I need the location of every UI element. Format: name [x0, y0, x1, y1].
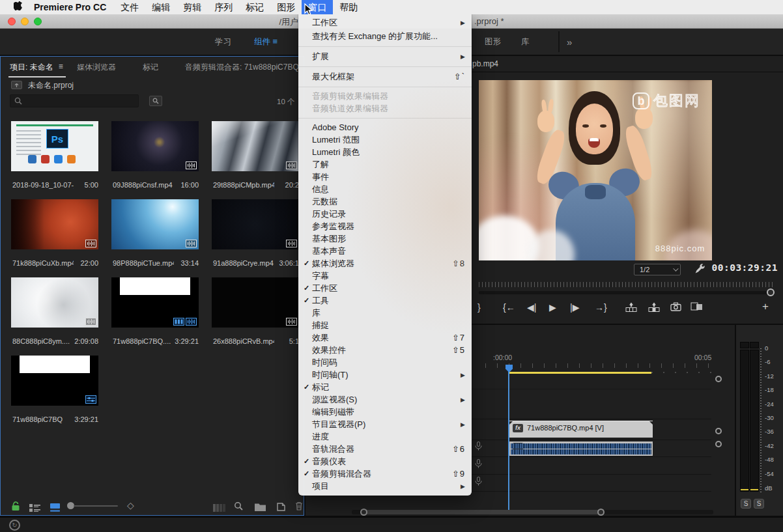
navigate-up-icon[interactable]	[11, 80, 22, 92]
menu-item-参考监视器[interactable]: 参考监视器	[298, 220, 472, 232]
track-scroll-knob[interactable]	[715, 376, 722, 382]
lift-button[interactable]	[625, 302, 637, 315]
menu-item-音频仪表[interactable]: ✓音频仪表	[298, 455, 472, 468]
timeline-hscroll-thumb[interactable]	[362, 510, 603, 514]
workspace-tab-图形[interactable]: 图形	[485, 36, 501, 48]
workspace-overflow-icon[interactable]: »	[567, 36, 572, 48]
menubar-item-4[interactable]: 序列	[208, 0, 239, 14]
clip-thumbnail-98P888piCTue.mp4[interactable]	[111, 199, 199, 249]
playhead-line[interactable]	[508, 365, 509, 508]
timeline-video-clip[interactable]: fx 71w888piC7BQ.mp4 [V]	[509, 421, 653, 438]
trash-icon[interactable]	[295, 501, 303, 513]
menu-item-节目监视器(P)[interactable]: 节目监视器(P)▶	[298, 418, 472, 430]
menu-item-源监视器(S)[interactable]: 源监视器(S)▶	[298, 393, 472, 406]
panel-menu-icon[interactable]: ≡	[272, 36, 278, 46]
export-frame-button[interactable]	[670, 302, 681, 313]
project-writable-icon[interactable]	[11, 501, 20, 514]
menu-item-最大化框架[interactable]: 最大化框架⇧`	[298, 70, 472, 83]
record-arm-a1-icon[interactable]	[475, 441, 482, 453]
menu-item-捕捉[interactable]: 捕捉	[298, 319, 472, 331]
track-scroll-knob[interactable]	[715, 428, 722, 434]
menu-item-效果[interactable]: 效果⇧7	[298, 331, 472, 344]
search-bin-button[interactable]	[149, 96, 162, 106]
menu-item-编辑到磁带[interactable]: 编辑到磁带	[298, 406, 472, 418]
record-arm-a3-icon[interactable]	[475, 477, 482, 488]
breadcrumb[interactable]: 未命名.prproj	[28, 80, 74, 91]
menu-item-了解[interactable]: 了解	[298, 158, 472, 171]
creative-cloud-sync-icon[interactable]: ↻	[9, 520, 20, 531]
menubar-item-8[interactable]: 帮助	[333, 0, 364, 14]
monitor-tab[interactable]: pb.mp4	[472, 59, 498, 68]
clip-thumbnail-26x888piCRvB.mp4...[interactable]	[212, 277, 299, 328]
monitor-scrollbar[interactable]	[479, 291, 773, 294]
clip-thumbnail-88C888piC8ym....[interactable]	[11, 277, 98, 328]
monitor-scroll-knob[interactable]	[767, 288, 775, 296]
menubar-item-6[interactable]: 图形	[270, 0, 302, 14]
menu-item-历史记录[interactable]: 历史记录	[298, 208, 472, 220]
menubar-item-3[interactable]: 剪辑	[177, 0, 208, 14]
zoom-level-select[interactable]: 1/2	[634, 264, 681, 275]
clip-thumbnail-2018-09-18_10-07-_[interactable]: Ps	[11, 121, 98, 171]
menu-item-音频剪辑混合器[interactable]: ✓音频剪辑混合器⇧9	[298, 468, 472, 480]
workspace-tab-学习[interactable]: 学习	[215, 36, 231, 48]
go-to-out-button[interactable]: →}	[595, 302, 607, 313]
settings-wrench-icon[interactable]	[694, 263, 705, 277]
menu-item-扩展[interactable]: 扩展▶	[298, 49, 472, 63]
project-tab-2[interactable]: 标记	[143, 62, 158, 73]
apple-icon[interactable]	[9, 1, 26, 13]
menu-item-工作区[interactable]: 工作区▶	[298, 16, 472, 29]
clip-thumbnail-29t888piCMpb.mp4[interactable]	[212, 121, 299, 171]
workspace-tab-组件[interactable]: 组件 ≡	[254, 36, 278, 48]
list-view-icon[interactable]	[29, 503, 40, 514]
clip-thumbnail-71w888piC7BQ[interactable]	[11, 356, 98, 406]
new-bin-icon[interactable]	[255, 502, 266, 514]
solo-button-2[interactable]: S	[754, 499, 764, 509]
zoom-slider[interactable]	[74, 505, 118, 507]
play-button[interactable]: ▶	[549, 302, 556, 313]
clip-thumbnail-71k888piCuXb.mp4[interactable]	[11, 199, 98, 249]
menu-item-Lumetri 范围[interactable]: Lumetri 范围	[298, 133, 472, 146]
panel-menu-icon[interactable]: ≡	[59, 62, 63, 73]
automate-to-sequence-icon[interactable]	[213, 503, 226, 514]
solo-button-1[interactable]: S	[741, 499, 751, 509]
menu-item-时间码[interactable]: 时间码	[298, 356, 472, 369]
minimize-window-button[interactable]	[21, 18, 29, 25]
menu-item-查找有关 Exchange 的扩展功能...[interactable]: 查找有关 Exchange 的扩展功能...	[298, 29, 472, 43]
menu-item-基本图形[interactable]: 基本图形	[298, 232, 472, 245]
menubar-item-2[interactable]: 编辑	[145, 0, 177, 14]
menu-item-工具[interactable]: ✓工具	[298, 294, 472, 307]
step-forward-button[interactable]: |▶	[570, 302, 579, 313]
comparison-view-button[interactable]	[690, 302, 703, 313]
menu-item-字幕[interactable]: 字幕	[298, 270, 472, 282]
icon-view-icon[interactable]	[50, 503, 60, 514]
clip-thumbnail-09J888piCnsf.mp4[interactable]	[111, 121, 199, 171]
menu-item-信息[interactable]: 信息	[298, 183, 472, 195]
menu-item-标记[interactable]: ✓标记	[298, 381, 472, 393]
track-scroll-knob[interactable]	[715, 441, 722, 447]
project-tab-1[interactable]: 媒体浏览器	[77, 62, 116, 73]
workspace-tab-库[interactable]: 库	[521, 36, 530, 48]
extract-button[interactable]	[648, 302, 660, 315]
menu-item-媒体浏览器[interactable]: ✓媒体浏览器⇧8	[298, 257, 472, 270]
clip-thumbnail-91a888piCrye.mp4[interactable]	[212, 199, 299, 249]
menu-item-进度[interactable]: 进度	[298, 430, 472, 443]
menu-item-基本声音[interactable]: 基本声音	[298, 245, 472, 257]
go-to-in-button[interactable]: {←	[503, 302, 515, 313]
menu-item-事件[interactable]: 事件	[298, 171, 472, 183]
menu-item-Adobe Story[interactable]: Adobe Story	[298, 121, 472, 133]
sort-icons-icon[interactable]: ◇	[127, 500, 134, 511]
timeline-audio-clip[interactable]: fx	[509, 441, 653, 456]
clip-thumbnail-71w888piC7BQ....[interactable]	[111, 277, 199, 328]
menu-item-元数据[interactable]: 元数据	[298, 195, 472, 208]
timeline-ruler[interactable]	[485, 363, 711, 368]
menu-item-项目[interactable]: 项目▶	[298, 480, 472, 492]
menu-item-时间轴(T)[interactable]: 时间轴(T)▶	[298, 369, 472, 381]
mark-out-button[interactable]: }	[477, 302, 481, 313]
record-arm-a2-icon[interactable]	[475, 459, 482, 471]
monitor-ruler[interactable]	[479, 282, 773, 287]
close-window-button[interactable]	[8, 18, 16, 25]
menu-item-音轨混合器[interactable]: 音轨混合器⇧6	[298, 443, 472, 455]
menu-item-工作区[interactable]: ✓工作区	[298, 282, 472, 294]
step-back-button[interactable]: ◀|	[527, 302, 536, 313]
hscroll-knob-left[interactable]	[360, 509, 367, 516]
